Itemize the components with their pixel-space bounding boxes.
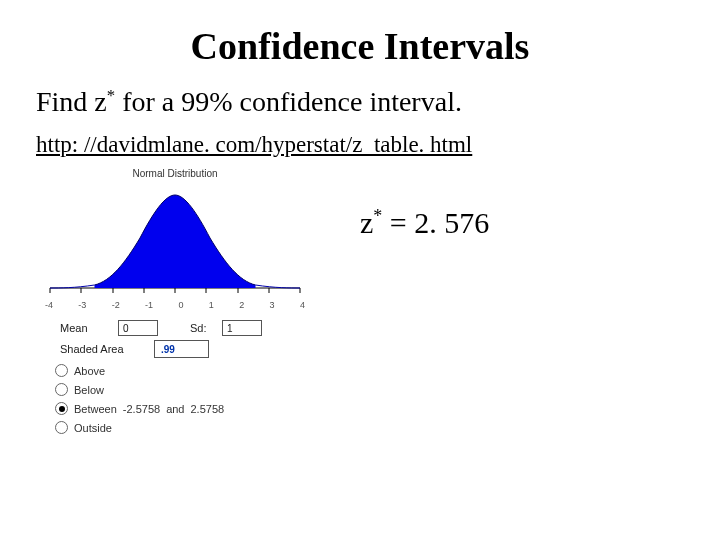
tick-n1: -1 xyxy=(145,300,153,310)
tick-1: 1 xyxy=(209,300,214,310)
opt-between-pre: Between xyxy=(74,403,117,415)
opt-between-mid: and xyxy=(166,403,184,415)
shaded-area-input[interactable]: .99 xyxy=(154,340,209,358)
normal-dist-applet: Normal Distribution xyxy=(30,168,320,440)
answer-sup: * xyxy=(373,206,382,226)
ztable-link[interactable]: http: //davidmlane. com/hyperstat/z_tabl… xyxy=(36,132,472,158)
opt-outside-label: Outside xyxy=(74,422,112,434)
radio-above[interactable] xyxy=(55,364,68,377)
tick-3: 3 xyxy=(270,300,275,310)
sd-label: Sd: xyxy=(190,322,216,334)
options-group: Above Below Between -2.5758 and 2.5758 O… xyxy=(55,364,295,434)
tick-n2: -2 xyxy=(112,300,120,310)
answer-post: = 2. 576 xyxy=(382,206,489,239)
answer-text: z* = 2. 576 xyxy=(360,206,489,240)
tick-2: 2 xyxy=(239,300,244,310)
applet-title: Normal Distribution xyxy=(30,168,320,179)
shaded-area-label: Shaded Area xyxy=(60,343,148,355)
prompt-sup: * xyxy=(107,86,115,105)
answer-pre: z xyxy=(360,206,373,239)
opt-between-hi: 2.5758 xyxy=(190,403,224,415)
tick-n3: -3 xyxy=(78,300,86,310)
mean-input[interactable]: 0 xyxy=(118,320,158,336)
tick-4: 4 xyxy=(300,300,305,310)
sd-input[interactable]: 1 xyxy=(222,320,262,336)
opt-between-lo: -2.5758 xyxy=(123,403,160,415)
mean-label: Mean xyxy=(60,322,112,334)
prompt-pre: Find z xyxy=(36,86,107,117)
opt-above-label: Above xyxy=(74,365,105,377)
radio-below[interactable] xyxy=(55,383,68,396)
prompt-text: Find z* for a 99% confidence interval. xyxy=(36,86,690,118)
radio-outside[interactable] xyxy=(55,421,68,434)
page-title: Confidence Intervals xyxy=(30,24,690,68)
tick-n4: -4 xyxy=(45,300,53,310)
radio-between[interactable] xyxy=(55,402,68,415)
axis-labels: -4 -3 -2 -1 0 1 2 3 4 xyxy=(43,300,307,310)
opt-below-label: Below xyxy=(74,384,104,396)
prompt-post: for a 99% confidence interval. xyxy=(115,86,462,117)
normal-curve-chart xyxy=(45,183,305,298)
tick-0: 0 xyxy=(178,300,183,310)
